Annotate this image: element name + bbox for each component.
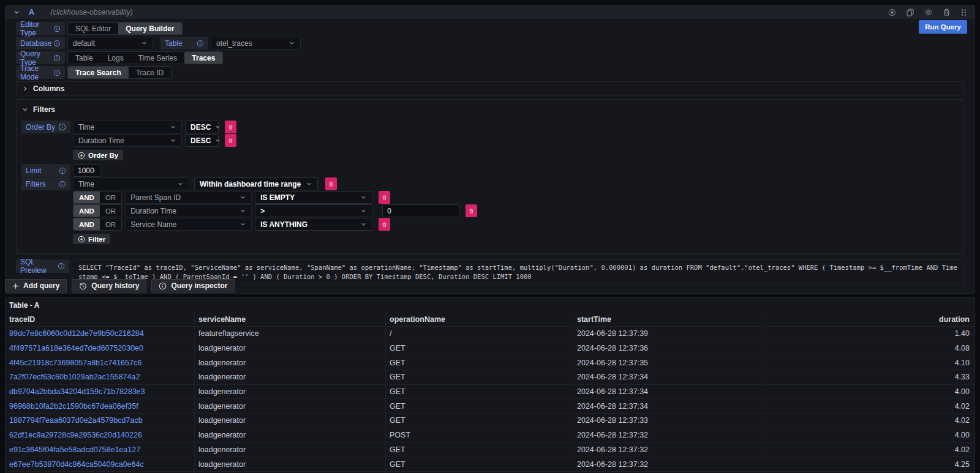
table-panel-title[interactable]: Table - A [6, 298, 974, 312]
collapse-chevron-icon[interactable] [13, 9, 20, 16]
remove-order-by-button[interactable] [225, 134, 236, 147]
filters-section-header[interactable]: Filters [21, 104, 959, 115]
filter-field-select[interactable]: Duration Time [125, 204, 252, 217]
filter-condition-row: ANDORService NameIS ANYTHING [21, 218, 959, 231]
chevron-down-icon [170, 124, 176, 130]
limit-label-text: Limit [26, 166, 41, 175]
trace-mode-option-trace-id[interactable]: Trace ID [129, 67, 172, 78]
filter-field-select[interactable]: Time [73, 177, 189, 190]
table-cell: 2024-06-28 12:37:32 [573, 428, 763, 442]
filter-value-input[interactable] [382, 204, 459, 217]
query-type-option-time-series[interactable]: Time Series [131, 52, 185, 64]
filter-logic-option-or[interactable]: OR [100, 205, 121, 217]
chevron-down-icon [288, 40, 295, 47]
record-icon[interactable] [888, 9, 896, 17]
remove-filter-button[interactable] [379, 191, 390, 204]
remove-order-by-button[interactable] [225, 121, 236, 133]
chevron-down-icon [214, 137, 221, 144]
filter-operator-select[interactable]: Within dashboard time range [194, 177, 318, 190]
filter-logic-option-and[interactable]: AND [74, 192, 100, 203]
chevron-down-icon [360, 207, 367, 214]
trace-id-link[interactable]: 7a2f07ecf63c60b1029ab2ac155874a2 [6, 370, 195, 384]
table-cell: GET [386, 370, 573, 384]
editor-type-option-sql-editor[interactable]: SQL Editor [68, 23, 118, 34]
column-header-startTime[interactable]: startTime [573, 312, 763, 326]
filter-operator-select[interactable]: IS EMPTY [255, 191, 372, 204]
filter-condition-row: ANDORDuration Time> [21, 204, 959, 217]
table-row: 7a2f07ecf63c60b1029ab2ac155874a2loadgene… [6, 370, 974, 384]
trace-mode-option-trace-search[interactable]: Trace Search [68, 67, 129, 78]
remove-filter-button[interactable] [466, 204, 477, 217]
table-select-value: otel_traces [216, 39, 252, 48]
filter-logic-option-or[interactable]: OR [100, 218, 121, 230]
duplicate-query-icon[interactable] [907, 9, 914, 17]
footer-query-inspector-button[interactable]: Query inspector [151, 279, 235, 292]
footer-button-label: Query inspector [171, 281, 227, 290]
query-type-option-traces[interactable]: Traces [184, 52, 222, 64]
filter-field-select-value: Parent Span ID [130, 193, 181, 202]
column-header-serviceName[interactable]: serviceName [195, 312, 386, 326]
filter-field-value: Time [78, 180, 94, 188]
column-header-duration[interactable]: duration [763, 312, 974, 326]
query-type-option-table[interactable]: Table [68, 52, 100, 64]
filter-logic-toggle: ANDOR [73, 204, 122, 217]
trace-id-link[interactable]: 89dc7e8c6060c0d12de7e9b50c216284 [6, 327, 195, 341]
columns-section-header[interactable]: Columns [16, 81, 964, 95]
table-cell: 4.08 [763, 341, 974, 356]
table-cell: / [386, 327, 573, 341]
trace-id-link[interactable]: 1887794f7eaa6037d0e2a4579bcd7acb [6, 414, 195, 428]
info-icon [53, 25, 61, 32]
query-type-option-logs[interactable]: Logs [100, 52, 131, 64]
footer-add-query-button[interactable]: Add query [5, 279, 67, 292]
filter-logic-option-and[interactable]: AND [74, 218, 100, 230]
chevron-down-icon [239, 194, 246, 201]
trace-id-link[interactable]: e91c3645f04fa5e58adcd0758e1ea127 [6, 443, 195, 457]
remove-query-icon[interactable] [943, 9, 950, 17]
filter-operator-select[interactable]: > [255, 204, 372, 217]
filter-label-spacer [21, 204, 70, 217]
trace-id-link[interactable]: db9704a2bbda34204d159c71b78283e3 [6, 385, 195, 399]
footer-query-history-button[interactable]: Query history [72, 279, 146, 292]
order-by-field-select[interactable]: Duration Time [73, 134, 182, 147]
add-order-by-button[interactable]: Order By [73, 150, 123, 160]
editor-type-option-query-builder[interactable]: Query Builder [118, 23, 181, 34]
filter-field-select[interactable]: Parent Span ID [125, 191, 252, 204]
trace-id-link[interactable]: 96968b10fa2b2c1590bc67dea06ef35f [6, 399, 195, 413]
run-query-button[interactable]: Run Query [919, 20, 967, 34]
drag-handle-icon[interactable] [960, 9, 967, 17]
trace-id-link[interactable]: 4f45c21918c73698057a8b1c741657c6 [6, 356, 195, 370]
query-row-header[interactable]: A (clickhouse-observability) [6, 6, 974, 19]
filter-operator-select-value: IS EMPTY [260, 193, 295, 202]
table-cell: featureflagservice [195, 327, 386, 341]
hide-response-icon[interactable] [924, 9, 933, 17]
table-select[interactable]: otel_traces [211, 37, 301, 50]
filter-condition-row: ANDORParent Span IDIS EMPTY [21, 191, 959, 204]
column-header-operationName[interactable]: operationName [386, 312, 573, 326]
trace-id-link[interactable]: 4f497571a618e364ed7ded60752030e0 [6, 341, 195, 356]
limit-input[interactable] [73, 164, 100, 177]
info-icon [58, 123, 66, 131]
table-cell: 2024-06-28 12:37:34 [573, 399, 763, 413]
filter-operator-select-value: > [260, 207, 265, 215]
remove-filter-button[interactable] [379, 218, 390, 231]
trace-id-link[interactable]: e67ee7b53870d4c864ca50409ca0e64c [6, 457, 195, 471]
table-cell: GET [386, 443, 573, 457]
order-by-direction-select[interactable]: DESC [185, 134, 219, 147]
order-by-field-select[interactable]: Time [73, 121, 182, 133]
footer-button-label: Query history [91, 281, 139, 290]
table-cell: 4.10 [763, 356, 974, 370]
trace-id-link[interactable]: 62df1ec9a29728c9e29536c20d140226 [6, 428, 195, 442]
remove-filter-button[interactable] [325, 177, 337, 190]
database-select[interactable]: default [67, 37, 153, 50]
table-label: Table [160, 37, 208, 50]
filter-field-select[interactable]: Service Name [125, 218, 252, 231]
filter-operator-select[interactable]: IS ANYTHING [255, 218, 372, 231]
info-icon [59, 181, 66, 188]
column-header-traceID[interactable]: traceID [6, 312, 195, 326]
filter-logic-option-or[interactable]: OR [100, 192, 121, 203]
table-body: 89dc7e8c6060c0d12de7e9b50c216284featuref… [6, 326, 974, 473]
add-filter-button[interactable]: Filter [73, 234, 110, 244]
order-by-direction-select[interactable]: DESC [185, 121, 219, 133]
table-row: 62df1ec9a29728c9e29536c20d140226loadgene… [6, 428, 974, 442]
filter-logic-option-and[interactable]: AND [74, 205, 100, 217]
